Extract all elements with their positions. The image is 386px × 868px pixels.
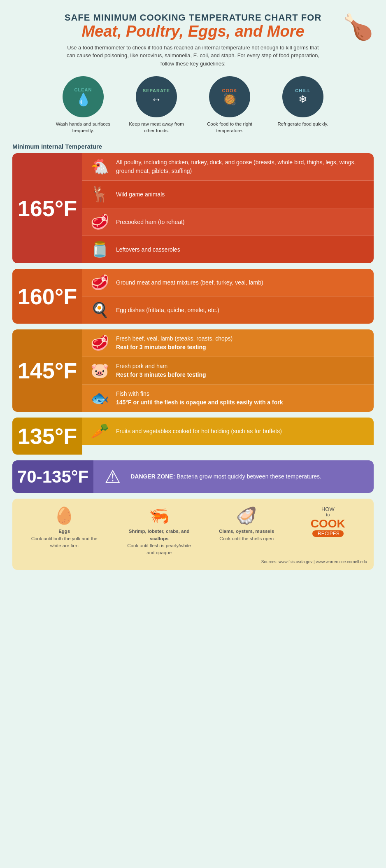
bottom-item-clams: 🦪 Clams, oysters, mussels Cook until the… (219, 506, 274, 542)
section-label: Minimum Internal Temperature (12, 143, 374, 150)
temp-row-text-135-1: Fruits and vegetables cooked for hot hol… (116, 427, 282, 436)
clams-icon: 🦪 (236, 506, 257, 525)
brand-cook-label: COOK (311, 517, 345, 530)
temp-row-145-2: 🐷 Fresh pork and ham Rest for 3 minutes … (82, 357, 374, 385)
bottom-item-shrimp-text: Shrimp, lobster, crabs, and scallops Coo… (124, 528, 194, 556)
ground-meat-icon: 🥩 (89, 274, 110, 291)
temp-right-135: 🥕 Fruits and vegetables cooked for hot h… (82, 418, 374, 455)
casserole-icon: 🫙 (89, 241, 110, 258)
header: SAFE MINIMUM COOKING TEMPERATURE CHART F… (12, 8, 374, 76)
temp-row-text-145-3: Fish with fins 145°F or until the flesh … (116, 390, 283, 407)
bottom-item-eggs: 🥚 Eggs Cook until both the yolk and the … (29, 506, 99, 549)
egg-dish-icon: 🍳 (89, 301, 110, 319)
fish-icon: 🐟 (89, 390, 110, 407)
eggs-icon: 🥚 (54, 506, 74, 525)
temp-row-135-1: 🥕 Fruits and vegetables cooked for hot h… (82, 418, 374, 445)
separate-icon: ↔ (151, 93, 162, 106)
temp-right-danger: ⚠ DANGER ZONE: Bacteria grow most quickl… (93, 460, 374, 493)
danger-row: ⚠ DANGER ZONE: Bacteria grow most quickl… (93, 460, 374, 493)
temp-value-145: 145°F (18, 359, 77, 382)
temp-row-text-165-1: All poultry, including chicken, turkey, … (116, 158, 367, 175)
clean-desc: Wash hands and surfaces frequently. (50, 121, 116, 134)
guideline-clean: CLEAN 💧 Wash hands and surfaces frequent… (50, 76, 116, 134)
temp-row-text-160-2: Egg dishes (frittata, quiche, omelet, et… (116, 306, 219, 315)
temp-row-text-165-4: Leftovers and casseroles (116, 245, 180, 254)
temp-row-165-3: 🥩 Precooked ham (to reheat) (82, 208, 374, 236)
deer-icon: 🦌 (89, 186, 110, 203)
guideline-chill: CHILL ❄ Refrigerate food quickly. (270, 76, 336, 134)
temp-row-165-4: 🫙 Leftovers and casseroles (82, 236, 374, 263)
bottom-item-shrimp: 🦐 Shrimp, lobster, crabs, and scallops C… (124, 506, 194, 556)
temp-row-165-2: 🦌 Wild game animals (82, 181, 374, 208)
bottom-item-clams-text: Clams, oysters, mussels Cook until the s… (219, 528, 274, 542)
temp-right-165: 🐔 All poultry, including chicken, turkey… (82, 153, 374, 263)
guideline-cook: COOK 🥘 Cook food to the right temperatur… (197, 76, 263, 134)
temp-row-160-1: 🥩 Ground meat and meat mixtures (beef, t… (82, 269, 374, 296)
danger-text: DANGER ZONE: Bacteria grow most quickly … (130, 472, 321, 481)
temp-value-danger: 70-135°F (17, 468, 88, 485)
separate-desc: Keep raw meat away from other foods. (123, 121, 189, 134)
temp-left-145: 145°F (12, 329, 82, 412)
cook-label: COOK (222, 88, 237, 93)
temp-row-text-165-2: Wild game animals (116, 190, 165, 199)
sources: Sources: www.fsis.usda.gov | www.warren.… (19, 560, 367, 564)
temp-left-160: 160°F (12, 269, 82, 324)
temp-value-135: 135°F (18, 425, 77, 447)
guidelines-row: CLEAN 💧 Wash hands and surfaces frequent… (12, 76, 374, 134)
ham-icon: 🥩 (89, 213, 110, 231)
temp-section-165: 165°F 🐔 All poultry, including chicken, … (12, 153, 374, 263)
chill-circle: CHILL ❄ (282, 76, 323, 117)
temp-right-160: 🥩 Ground meat and meat mixtures (beef, t… (82, 269, 374, 324)
temp-section-danger: 70-135°F ⚠ DANGER ZONE: Bacteria grow mo… (12, 460, 374, 493)
brand-recipes-label: .RECIPES (312, 530, 344, 537)
temp-row-145-1: 🥩 Fresh beef, veal, lamb (steaks, roasts… (82, 329, 374, 357)
brand-to-label: to (326, 512, 330, 517)
cook-circle: COOK 🥘 (209, 76, 250, 117)
temp-left-135: 135°F (12, 418, 82, 455)
temp-row-165-1: 🐔 All poultry, including chicken, turkey… (82, 153, 374, 181)
page: SAFE MINIMUM COOKING TEMPERATURE CHART F… (0, 0, 386, 578)
header-title-top: SAFE MINIMUM COOKING TEMPERATURE CHART F… (12, 12, 374, 23)
brand-how-label: HOW (321, 506, 335, 512)
cook-icon: 🥘 (223, 93, 236, 106)
temp-left-danger: 70-135°F (12, 460, 93, 493)
guideline-separate: SEPARATE ↔ Keep raw meat away from other… (123, 76, 189, 134)
clean-icon: 💧 (76, 92, 91, 107)
separate-circle: SEPARATE ↔ (136, 76, 177, 117)
chill-desc: Refrigerate food quickly. (277, 121, 328, 127)
shrimp-icon: 🦐 (149, 506, 170, 525)
bottom-item-eggs-text: Eggs Cook until both the yolk and the wh… (29, 528, 99, 549)
temp-row-text-160-1: Ground meat and meat mixtures (beef, tur… (116, 278, 263, 287)
separate-label: SEPARATE (143, 88, 170, 93)
vegetables-icon: 🥕 (89, 422, 110, 440)
temp-right-145: 🥩 Fresh beef, veal, lamb (steaks, roasts… (82, 329, 374, 412)
temp-row-145-3: 🐟 Fish with fins 145°F or until the fles… (82, 385, 374, 412)
bottom-section: 🥚 Eggs Cook until both the yolk and the … (12, 499, 374, 570)
warning-icon: ⚠ (100, 466, 125, 487)
temp-row-text-165-3: Precooked ham (to reheat) (116, 218, 185, 226)
beef-icon: 🥩 (89, 334, 110, 352)
chill-label: CHILL (295, 88, 310, 93)
cook-desc: Cook food to the right temperature. (197, 121, 263, 134)
temp-value-165: 165°F (18, 197, 77, 219)
clean-circle: CLEAN 💧 (63, 76, 104, 117)
temp-section-145: 145°F 🥩 Fresh beef, veal, lamb (steaks, … (12, 329, 374, 412)
temp-row-text-145-1: Fresh beef, veal, lamb (steaks, roasts, … (116, 334, 233, 352)
chill-icon: ❄ (298, 93, 307, 106)
chicken-icon: 🍗 (343, 12, 374, 42)
temp-row-text-145-2: Fresh pork and ham Rest for 3 minutes be… (116, 362, 206, 379)
header-title-main: Meat, Poultry, Eggs, and More (12, 23, 374, 40)
bottom-items-row: 🥚 Eggs Cook until both the yolk and the … (19, 506, 367, 556)
clean-label: CLEAN (74, 87, 92, 92)
pork-icon: 🐷 (89, 362, 110, 379)
temp-value-160: 160°F (18, 285, 77, 308)
temp-left-165: 165°F (12, 153, 82, 263)
poultry-icon: 🐔 (89, 158, 110, 175)
brand-box: HOW to COOK .RECIPES (299, 506, 357, 537)
temp-row-160-2: 🍳 Egg dishes (frittata, quiche, omelet, … (82, 296, 374, 324)
temp-section-160: 160°F 🥩 Ground meat and meat mixtures (b… (12, 269, 374, 324)
header-description: Use a food thermometer to check if food … (65, 44, 321, 68)
temp-section-135: 135°F 🥕 Fruits and vegetables cooked for… (12, 418, 374, 455)
